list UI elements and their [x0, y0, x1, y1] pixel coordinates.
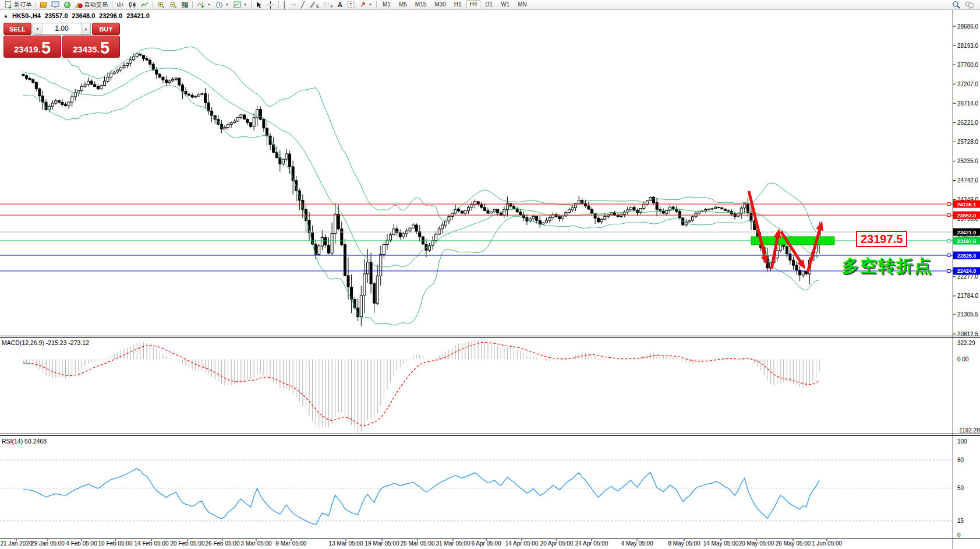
radar-icon	[64, 2, 70, 8]
ohlc-close: 23421.0	[126, 12, 150, 19]
zoom-out-icon	[169, 1, 177, 9]
level-price-label[interactable]: 23197.5	[856, 231, 907, 247]
channel-letter: E	[316, 4, 319, 8]
separator	[192, 1, 193, 8]
timeframe-h4[interactable]: H4	[466, 0, 481, 9]
indicators-button[interactable]: ▼	[194, 1, 213, 9]
svg-text:8 May 05:00: 8 May 05:00	[668, 540, 700, 547]
text-button[interactable]: A	[335, 1, 345, 9]
chat-button[interactable]	[963, 1, 977, 9]
trendline-button[interactable]: ╱	[299, 1, 307, 9]
zoom-out-button[interactable]	[167, 1, 179, 9]
svg-text:1 Jun 05:00: 1 Jun 05:00	[812, 540, 843, 547]
tile-windows-icon	[182, 2, 188, 8]
timeframe-w1[interactable]: W1	[497, 0, 513, 9]
separator	[376, 1, 377, 8]
svg-text:T: T	[349, 2, 353, 8]
channel-button[interactable]: E	[307, 1, 321, 9]
tile-windows-button[interactable]	[179, 1, 190, 9]
timeframe-m15[interactable]: M15	[412, 0, 430, 9]
line-chart-icon	[141, 1, 148, 8]
templates-button[interactable]: ▼	[231, 1, 249, 9]
timeframe-group: M1M5M15M30H1H4D1W1MN	[378, 0, 531, 9]
timeframe-m1[interactable]: M1	[379, 0, 394, 9]
crosshair-button[interactable]	[264, 1, 277, 9]
dropdown-caret: ▼	[243, 3, 247, 6]
svg-text:20 Feb 05:00: 20 Feb 05:00	[171, 540, 205, 547]
candlestick-button[interactable]	[126, 1, 139, 9]
horizontal-line-icon: ─	[292, 1, 296, 9]
text-icon: A	[338, 1, 342, 9]
bar-chart-icon	[116, 1, 124, 8]
fibonacci-button[interactable]: F	[321, 1, 335, 9]
zoom-in-icon	[157, 1, 165, 9]
buy-price-display[interactable]: 23435. 5	[62, 36, 120, 58]
market-button[interactable]	[62, 1, 73, 9]
dropdown-caret: ▼	[207, 3, 211, 6]
timeframe-m5[interactable]: M5	[395, 0, 411, 9]
turning-point-annotation[interactable]: 多空转折点	[842, 255, 932, 278]
monitor-icon	[51, 1, 59, 8]
text-label-icon: T	[347, 1, 355, 8]
svg-text:322.29: 322.29	[957, 340, 975, 346]
depth-of-market-button[interactable]	[49, 1, 62, 9]
chat-icon	[965, 1, 974, 9]
svg-text:9 Mar 05:00: 9 Mar 05:00	[275, 540, 307, 547]
svg-text:25 Mar 05:00: 25 Mar 05:00	[401, 540, 435, 547]
svg-text:28193.0: 28193.0	[957, 43, 979, 49]
crosshair-icon	[267, 1, 274, 9]
sell-price-main: 23419.	[14, 43, 41, 57]
vertical-line-button[interactable]: │	[281, 1, 289, 9]
svg-text:22424.0: 22424.0	[957, 268, 977, 274]
cube-icon	[40, 2, 47, 8]
svg-text:24742.0: 24742.0	[957, 177, 979, 184]
chart-area[interactable]: 28686.028193.027700.027207.026714.026221…	[0, 0, 980, 549]
horizontal-line-button[interactable]: ─	[289, 1, 299, 9]
collapse-panel-icon[interactable]: ▲	[3, 13, 8, 19]
timeframe-mn[interactable]: MN	[514, 0, 530, 9]
cursor-button[interactable]	[253, 1, 264, 9]
svg-text:29 Jan 05:00: 29 Jan 05:00	[31, 540, 65, 547]
ohlc-low: 23296.0	[99, 12, 122, 19]
svg-text:3 Mar 05:00: 3 Mar 05:00	[240, 540, 272, 547]
text-label-button[interactable]: T	[345, 1, 357, 9]
timeframe-d1[interactable]: D1	[482, 0, 496, 9]
line-chart-button[interactable]	[139, 1, 151, 9]
svg-text:20 Apr 05:00: 20 Apr 05:00	[540, 540, 574, 547]
svg-text:31 Mar 05:00: 31 Mar 05:00	[436, 540, 470, 547]
volume-decrease-button[interactable]: ▼	[33, 23, 43, 34]
svg-text:26221.0: 26221.0	[957, 119, 979, 126]
autotrade-button[interactable]: 自动交易	[73, 1, 110, 9]
volume-increase-button[interactable]: ▲	[81, 23, 90, 34]
timeframe-h1[interactable]: H1	[451, 0, 465, 9]
support-zone-rectangle[interactable]	[751, 237, 834, 245]
svg-text:21305.5: 21305.5	[957, 311, 979, 318]
svg-text:26 May 05:00: 26 May 05:00	[776, 540, 811, 547]
quotes-button[interactable]	[38, 1, 49, 9]
periods-button[interactable]: ▼	[213, 1, 231, 9]
sell-price-display[interactable]: 23419. 5	[3, 36, 61, 58]
arrows-button[interactable]: ▼	[357, 1, 374, 9]
volume-input[interactable]: 1.00	[43, 23, 81, 34]
timeframe-m30[interactable]: M30	[431, 0, 449, 9]
template-icon	[233, 1, 241, 8]
fibonacci-icon	[324, 2, 330, 8]
sell-button[interactable]: SELL	[3, 23, 31, 35]
svg-text:20812.5: 20812.5	[957, 331, 979, 337]
svg-text:14 Feb 05:00: 14 Feb 05:00	[135, 540, 169, 547]
separator	[112, 1, 112, 8]
volume-field: ▼ 1.00 ▲	[33, 23, 91, 35]
bar-chart-button[interactable]	[114, 1, 126, 9]
svg-text:-1192.28: -1192.28	[957, 427, 980, 434]
ohlc-high: 23648.0	[72, 12, 95, 19]
svg-text:25728.0: 25728.0	[957, 139, 979, 145]
dropdown-caret: ▼	[369, 3, 372, 6]
svg-text:14 May 05:00: 14 May 05:00	[703, 540, 739, 547]
time-axis[interactable]: 21 Jan 202029 Jan 05:004 Feb 05:0010 Feb…	[0, 539, 842, 547]
search-button[interactable]	[950, 1, 963, 9]
buy-button[interactable]: BUY	[92, 23, 120, 35]
ohlc-open: 23557.0	[45, 12, 68, 19]
new-order-label: 新订单	[14, 1, 31, 9]
zoom-in-button[interactable]	[155, 1, 167, 9]
new-order-button[interactable]: + 新订单	[2, 1, 34, 9]
